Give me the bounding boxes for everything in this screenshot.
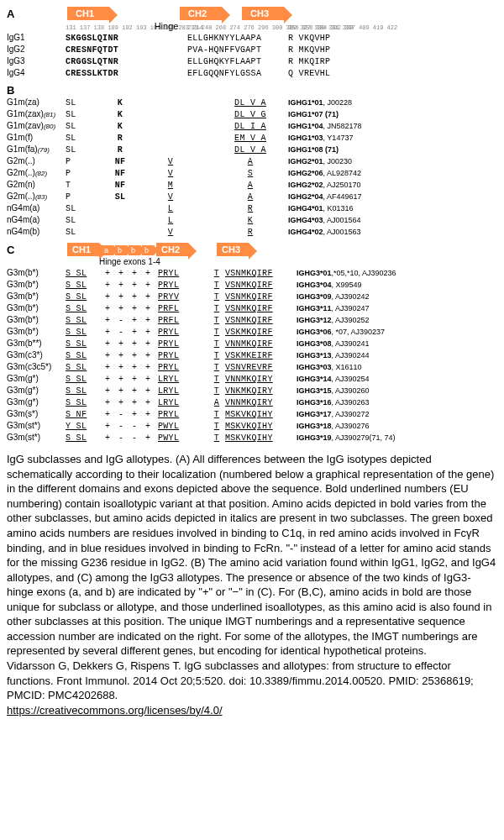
seq-hinge: NF bbox=[112, 180, 129, 191]
seq-ch1: S SL bbox=[66, 315, 99, 326]
license-link[interactable]: https://creativecommons.org/licenses/by/… bbox=[7, 704, 223, 717]
panelB-row: G1m(zav)(80)SLKDL I AIGHG1*04, JN582178 bbox=[7, 120, 497, 132]
seq-hinge: R bbox=[112, 133, 129, 144]
seq-ch3: VSNMKQIRF bbox=[225, 268, 297, 279]
seq-ch2b: T bbox=[208, 409, 225, 420]
row-name: nG4m(b) bbox=[7, 226, 66, 237]
seq-ch1: SL bbox=[66, 203, 112, 214]
hinge-exons: + - + + bbox=[99, 409, 158, 420]
seq-ch3: VSNMKQIRF bbox=[225, 280, 297, 291]
seq-ch3: VSNMKQIRF bbox=[225, 303, 297, 314]
accession: IGHG3*01,*05,*10, AJ390236 bbox=[297, 269, 414, 279]
seq-ch2b: T bbox=[208, 268, 225, 279]
accession: IGHG3*19, AJ390279(71, 74) bbox=[297, 433, 414, 444]
seq-ch2b: T bbox=[208, 433, 225, 444]
panelC-row: G3m(b*)S SL+ + + +PRYLTVSNMKQIRFIGHG3*04… bbox=[7, 279, 497, 291]
accession: IGHG4*03, AJ001564 bbox=[288, 216, 406, 226]
figure-caption: IgG subclasses and IgG allotypes. (A) Al… bbox=[7, 452, 497, 717]
row-name: G1m(fa)(79) bbox=[7, 144, 66, 155]
row-name: G3m(b*) bbox=[7, 267, 66, 278]
hinge-exons: + - + + bbox=[99, 315, 158, 326]
seq-ch1: P bbox=[66, 192, 112, 202]
panelB-row: G1m(fa)(79)SLRDL V AIGHG1*08 (71) bbox=[7, 144, 497, 155]
seq-hinge: K bbox=[112, 109, 129, 120]
panel-c: C CH1 abbb CH2 CH3 Hinge exons 1-4 G3m(b… bbox=[7, 243, 497, 444]
seq-ch2: LRYL bbox=[158, 374, 208, 385]
panelC-row: G3m(b*)S SL+ - + +PRYLTVSKMKQIRFIGHG3*06… bbox=[7, 326, 497, 338]
row-name: nG4m(a) bbox=[7, 202, 66, 213]
panelC-row: G3m(b*)S SL+ + + +PRYLTVSNMKQIRFIGHG3*01… bbox=[7, 267, 497, 279]
seq-ch2: PWYL bbox=[158, 421, 208, 432]
seq-ch1: SL bbox=[66, 144, 112, 155]
seq-ch2: EFLGQQNFYLGSSA bbox=[187, 68, 288, 79]
accession: IGHG3*09, AJ390242 bbox=[297, 292, 414, 302]
seq-ch3: DL V G bbox=[213, 109, 288, 120]
panelB-row: G2m(..)(83)PSLVAIGHG2*04, AF449617 bbox=[7, 191, 497, 202]
hinge-exon-arrow: a bbox=[102, 245, 113, 255]
seq-hinge: NF bbox=[112, 156, 129, 167]
row-name: G3m(s*) bbox=[7, 408, 66, 419]
hinge-exons: + + + + bbox=[99, 303, 158, 314]
seq-ch3: VSNVREVRF bbox=[225, 362, 297, 373]
row-name: G2m(..)(82) bbox=[7, 167, 66, 178]
seq-ch1: P bbox=[66, 168, 112, 179]
seq-ch3: VNNMKQIRY bbox=[225, 374, 297, 385]
row-name: G1m(f) bbox=[7, 132, 66, 143]
seq-ch3: EM V A bbox=[213, 133, 288, 144]
seq-ch2: ELLGHKNYYLAAPA bbox=[187, 33, 288, 44]
hinge-exons: + - + + bbox=[99, 327, 158, 338]
seq-ch1: CRESNFQTDT bbox=[66, 45, 145, 55]
row-name: G3m(st*) bbox=[7, 420, 66, 431]
citation: Vidarsson G, Dekkers G, Rispens T. IgG s… bbox=[7, 659, 474, 701]
accession: IGHG1*03, Y14737 bbox=[288, 134, 406, 144]
accession: IGHG3*08, AJ390241 bbox=[297, 339, 414, 349]
seq-ch1: S SL bbox=[66, 397, 99, 408]
seq-ch2b: T bbox=[208, 386, 225, 396]
ch3-arrow: CH3 bbox=[242, 7, 284, 20]
seq-ch3: A bbox=[213, 180, 288, 191]
row-name: IgG3 bbox=[7, 55, 66, 66]
accession: IGHG4*02, AJ001563 bbox=[288, 228, 406, 238]
accession: IGHG3*03, X16110 bbox=[297, 363, 414, 373]
panelC-row: G3m(c3c5*)S SL+ + + +PRYLTVSNVREVRFIGHG3… bbox=[7, 361, 497, 373]
panel-b: B G1m(za)SLKDL V AIGHG1*01, J00228G1m(za… bbox=[7, 84, 497, 238]
panelB-row: G2m(..)PNFVAIGHG2*01, J00230 bbox=[7, 155, 497, 167]
seq-ch2b: T bbox=[208, 362, 225, 373]
seq-ch1: SL bbox=[66, 227, 112, 238]
accession: IGHG1*04, JN582178 bbox=[288, 122, 406, 132]
c-ch3-arrow: CH3 bbox=[217, 243, 249, 256]
accession: IGHG4*01, K01316 bbox=[288, 204, 406, 214]
accession: IGHG1*01, J00228 bbox=[288, 98, 406, 108]
seq-ch3: VSNMKQIRF bbox=[225, 291, 297, 302]
seq-ch2: LRYL bbox=[158, 397, 208, 408]
seq-ch1: S SL bbox=[66, 362, 99, 373]
accession: IGHG3*04, X99549 bbox=[297, 281, 414, 291]
seq-ch3: A bbox=[213, 156, 288, 167]
panel-b-label: B bbox=[7, 84, 24, 97]
hinge-exons: + + + + bbox=[99, 291, 158, 302]
seq-ch1: S SL bbox=[66, 291, 99, 302]
row-name: G3m(g*) bbox=[7, 396, 66, 407]
c-ch1-arrow: CH1 bbox=[67, 243, 99, 256]
hinge-exons: + + + + bbox=[99, 280, 158, 291]
panelB-row: G2m(n)TNFMAIGHG2*02, AJ250170 bbox=[7, 179, 497, 191]
row-name: G1m(zax)(81) bbox=[7, 108, 66, 119]
panelC-row: G3m(b**)S SL+ + + +PRYLTVNNMKQIRFIGHG3*0… bbox=[7, 338, 497, 349]
accession: IGHG3*18, AJ390276 bbox=[297, 422, 414, 432]
hinge-exons-header: Hinge exons 1-4 bbox=[99, 256, 158, 267]
seq-ch1: S SL bbox=[66, 374, 99, 385]
seq-ch1: P bbox=[66, 156, 112, 167]
hinge-exon-arrow: b bbox=[129, 245, 140, 255]
seq-ch1: T bbox=[66, 180, 112, 191]
seq-ch1: CRESSLKTDR bbox=[66, 68, 145, 79]
hinge-exons: + + + + bbox=[99, 397, 158, 408]
accession: IGHG3*17, AJ390272 bbox=[297, 410, 414, 420]
seq-ch1: SKGGSLQINR bbox=[66, 33, 145, 44]
seq-ch2b: T bbox=[208, 291, 225, 302]
seq-hinge: K bbox=[112, 121, 129, 132]
seq-ch2: PRYL bbox=[158, 327, 208, 338]
panel-a: A CH1 CH2 CH3 131 137 138 189 192 193 19… bbox=[7, 7, 497, 79]
seq-ch1: S SL bbox=[66, 268, 99, 279]
seq-ch2b: A bbox=[208, 397, 225, 408]
seq-ch3: DL V A bbox=[213, 97, 288, 108]
